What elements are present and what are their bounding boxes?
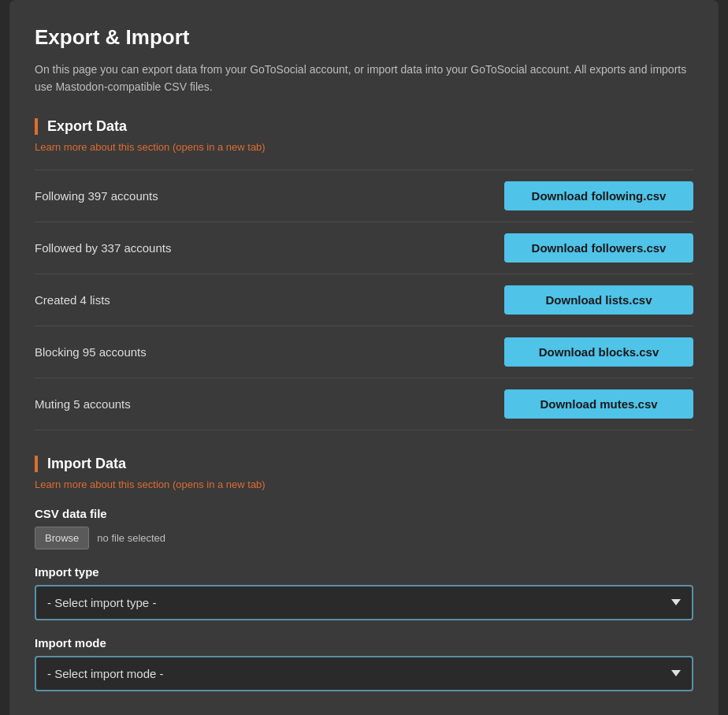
import-learn-more-link[interactable]: Learn more about this section (opens in …	[35, 479, 266, 490]
export-section: Export Data Learn more about this sectio…	[35, 118, 693, 430]
download-mutes-button[interactable]: Download mutes.csv	[504, 389, 693, 419]
import-type-label: Import type	[35, 565, 693, 579]
import-mode-label: Import mode	[35, 636, 693, 650]
lists-label: Created 4 lists	[35, 293, 504, 307]
table-row: Muting 5 accounts Download mutes.csv	[35, 378, 693, 430]
table-row: Blocking 95 accounts Download blocks.csv	[35, 326, 693, 378]
export-section-header: Export Data	[35, 118, 693, 135]
file-input-wrapper: Browse no file selected	[35, 527, 693, 549]
import-mode-select[interactable]: - Select import mode - Merge Overwrite	[35, 656, 693, 691]
followers-label: Followed by 337 accounts	[35, 241, 504, 255]
import-section: Import Data Learn more about this sectio…	[35, 456, 693, 715]
import-section-title: Import Data	[47, 456, 693, 472]
following-label: Following 397 accounts	[35, 189, 504, 203]
table-row: Followed by 337 accounts Download follow…	[35, 222, 693, 274]
page-title: Export & Import	[35, 25, 693, 50]
table-row: Following 397 accounts Download followin…	[35, 169, 693, 222]
import-type-group: Import type - Select import type - Follo…	[35, 565, 693, 620]
muting-label: Muting 5 accounts	[35, 397, 504, 411]
download-blocks-button[interactable]: Download blocks.csv	[504, 337, 693, 367]
table-row: Created 4 lists Download lists.csv	[35, 274, 693, 326]
download-lists-button[interactable]: Download lists.csv	[504, 285, 693, 315]
csv-file-group: CSV data file Browse no file selected	[35, 507, 693, 549]
main-container: Export & Import On this page you can exp…	[9, 0, 719, 715]
page-description: On this page you can export data from yo…	[35, 61, 693, 96]
blocking-label: Blocking 95 accounts	[35, 345, 504, 359]
file-name-display: no file selected	[97, 532, 165, 544]
browse-button[interactable]: Browse	[35, 527, 89, 549]
import-type-select[interactable]: - Select import type - Following Followe…	[35, 585, 693, 620]
export-section-title: Export Data	[47, 118, 693, 135]
import-section-header: Import Data	[35, 456, 693, 472]
download-followers-button[interactable]: Download followers.csv	[504, 233, 693, 263]
download-following-button[interactable]: Download following.csv	[504, 181, 693, 210]
csv-file-label: CSV data file	[35, 507, 693, 520]
import-mode-group: Import mode - Select import mode - Merge…	[35, 636, 693, 691]
export-learn-more-link[interactable]: Learn more about this section (opens in …	[35, 141, 266, 153]
export-table: Following 397 accounts Download followin…	[35, 169, 693, 430]
